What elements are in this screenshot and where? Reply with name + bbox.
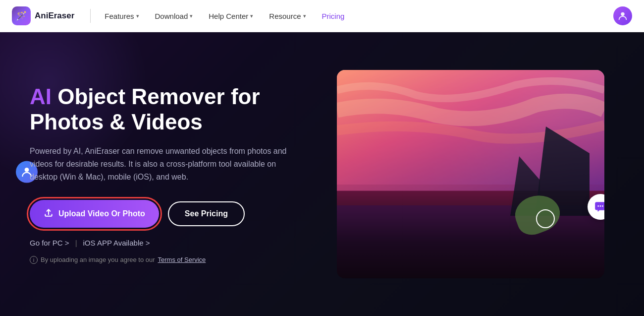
hero-left-content: AI Object Remover for Photos & Videos Po… bbox=[30, 84, 317, 263]
hero-terms: i By uploading an image you agree to our… bbox=[30, 256, 317, 264]
see-pricing-button[interactable]: See Pricing bbox=[168, 201, 245, 226]
nav-download-label: Download bbox=[155, 12, 188, 20]
upload-button[interactable]: Upload Video Or Photo bbox=[30, 200, 159, 228]
svg-point-6 bbox=[602, 205, 603, 207]
svg-point-4 bbox=[597, 205, 599, 207]
hero-image bbox=[337, 70, 604, 278]
go-for-pc-link[interactable]: Go for PC > bbox=[30, 239, 69, 247]
nav-item-resource[interactable]: Resource ▾ bbox=[269, 12, 306, 20]
nav-helpcenter-label: Help Center bbox=[209, 12, 248, 20]
logo-area[interactable]: 🪄 AniEraser bbox=[12, 6, 74, 25]
selection-circle bbox=[536, 209, 555, 228]
chevron-down-icon: ▾ bbox=[250, 13, 253, 19]
hero-platform-links: Go for PC > | iOS APP Available > bbox=[30, 239, 317, 247]
nav-features-label: Features bbox=[105, 12, 134, 20]
hero-buttons: Upload Video Or Photo See Pricing bbox=[30, 200, 317, 228]
svg-point-5 bbox=[600, 205, 601, 207]
terms-of-service-link[interactable]: Terms of Service bbox=[158, 256, 206, 263]
nav-divider bbox=[90, 9, 91, 23]
hero-title-rest: Object Remover for Photos & Videos bbox=[30, 84, 260, 134]
info-icon: i bbox=[30, 256, 38, 264]
hero-image-container bbox=[337, 70, 604, 278]
hero-section: AI Object Remover for Photos & Videos Po… bbox=[0, 32, 644, 316]
navbar: 🪄 AniEraser Features ▾ Download ▾ Help C… bbox=[0, 0, 644, 32]
svg-point-0 bbox=[621, 12, 624, 16]
nav-item-features[interactable]: Features ▾ bbox=[105, 12, 139, 20]
avatar[interactable] bbox=[613, 6, 632, 25]
logo-icon: 🪄 bbox=[12, 6, 31, 25]
nav-pricing-label: Pricing bbox=[322, 12, 345, 20]
chevron-down-icon: ▾ bbox=[303, 13, 306, 19]
nav-item-helpcenter[interactable]: Help Center ▾ bbox=[209, 12, 253, 20]
nav-links: Features ▾ Download ▾ Help Center ▾ Reso… bbox=[105, 12, 613, 20]
nav-item-pricing[interactable]: Pricing bbox=[322, 12, 345, 20]
upload-icon bbox=[44, 208, 54, 220]
upload-button-label: Upload Video Or Photo bbox=[58, 209, 145, 218]
see-pricing-label: See Pricing bbox=[185, 209, 228, 218]
terms-text: By uploading an image you agree to our bbox=[41, 256, 155, 263]
svg-point-1 bbox=[25, 168, 29, 172]
hero-title-ai: AI bbox=[30, 84, 52, 109]
nav-item-download[interactable]: Download ▾ bbox=[155, 12, 193, 20]
ios-app-link[interactable]: iOS APP Available > bbox=[83, 239, 150, 247]
nav-resource-label: Resource bbox=[269, 12, 301, 20]
chevron-down-icon: ▾ bbox=[136, 13, 139, 19]
chevron-down-icon: ▾ bbox=[190, 13, 193, 19]
water-area bbox=[337, 205, 604, 278]
logo-text: AniEraser bbox=[35, 11, 74, 21]
hero-description: Powered by AI, AniEraser can remove unwa… bbox=[30, 145, 287, 184]
link-divider: | bbox=[75, 239, 77, 247]
hero-title: AI Object Remover for Photos & Videos bbox=[30, 84, 317, 134]
